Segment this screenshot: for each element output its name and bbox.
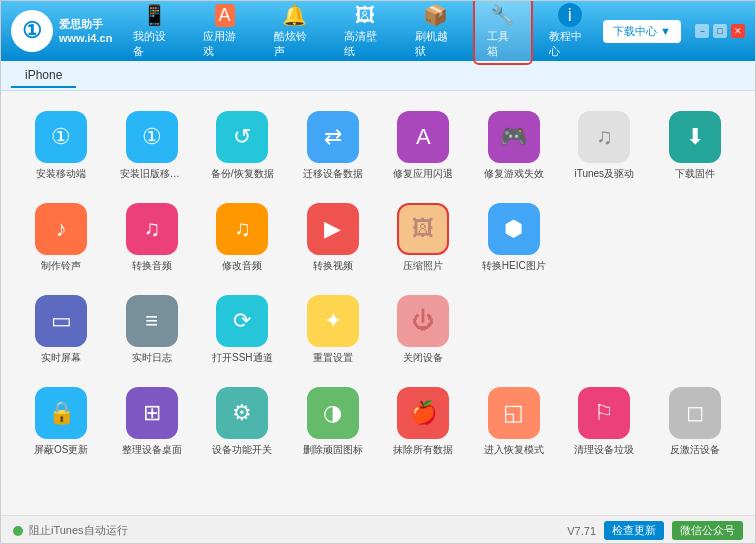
main-content: ①安装移动端①安装旧版移动端↺备份/恢复数据⇄迁移设备数据A修复应用闪退🎮修复游… [1,91,755,515]
tool-convert-audio[interactable]: ♫转换音频 [112,197,193,279]
iphone-tab[interactable]: iPhone [11,64,76,88]
device-switch-label: 设备功能开关 [212,443,272,457]
fix-game-label: 修复游戏失效 [484,167,544,181]
convert-audio-icon: ♫ [126,203,178,255]
tool-backup-restore[interactable]: ↺备份/恢复数据 [202,105,283,187]
migrate-data-icon: ⇄ [307,111,359,163]
migrate-data-label: 迁移设备数据 [303,167,363,181]
header: ① 爱思助手 www.i4.cn 📱 我的设备 A 应用游戏 🔔 酷炫铃声 🖼 … [1,1,755,61]
nav-wallpapers[interactable]: 🖼 高清壁纸 [332,0,398,63]
install-ipa-icon: ① [126,111,178,163]
device-switch-icon: ⚙ [216,387,268,439]
shutdown-icon: ⏻ [397,295,449,347]
nav-my-device-label: 我的设备 [133,29,175,59]
tool-clean-junk[interactable]: ⚐清理设备垃圾 [564,381,645,463]
nav-tutorials-label: 教程中心 [549,29,591,59]
fix-app-label: 修复应用闪退 [393,167,453,181]
tool-migrate-data[interactable]: ⇄迁移设备数据 [293,105,374,187]
main-nav: 📱 我的设备 A 应用游戏 🔔 酷炫铃声 🖼 高清壁纸 📦 刷机越狱 🔧 工具箱… [121,0,603,65]
logo-area: ① 爱思助手 www.i4.cn [11,10,121,52]
tool-deactivate[interactable]: ◻反激活设备 [655,381,736,463]
tool-erase-data[interactable]: 🍎抹除所有数据 [383,381,464,463]
tool-install-ipa[interactable]: ①安装旧版移动端 [112,105,193,187]
itunes-drive-icon: ♫ [578,111,630,163]
install-app-label: 安装移动端 [36,167,86,181]
tool-fix-game[interactable]: 🎮修复游戏失效 [474,105,555,187]
install-ipa-label: 安装旧版移动端 [120,167,184,181]
realtime-screen-icon: ▭ [35,295,87,347]
tool-update-os[interactable]: 🔒屏蔽OS更新 [21,381,102,463]
convert-heic-icon: ⬢ [488,203,540,255]
tool-convert-heic[interactable]: ⬢转换HEIC图片 [474,197,555,279]
update-os-label: 屏蔽OS更新 [34,443,88,457]
nav-apps-games[interactable]: A 应用游戏 [191,0,257,63]
tutorials-icon: i [558,3,582,27]
nav-tutorials[interactable]: i 教程中心 [537,0,603,63]
tool-remove-icons[interactable]: ◑删除顽固图标 [293,381,374,463]
maximize-btn[interactable]: □ [713,24,727,38]
tool-install-app[interactable]: ①安装移动端 [21,105,102,187]
tool-itunes-drive[interactable]: ♫iTunes及驱动 [564,105,645,187]
convert-heic-label: 转换HEIC图片 [482,259,546,273]
tool-open-ssh[interactable]: ⟳打开SSH通道 [202,289,283,371]
open-ssh-icon: ⟳ [216,295,268,347]
download-firmware-icon: ⬇ [669,111,721,163]
backup-restore-icon: ↺ [216,111,268,163]
download-firmware-label: 下载固件 [675,167,715,181]
status-dot [13,526,23,536]
realtime-screen-label: 实时屏幕 [41,351,81,365]
backup-restore-label: 备份/恢复数据 [211,167,274,181]
nav-flash[interactable]: 📦 刷机越狱 [403,0,469,63]
tool-convert-video[interactable]: ▶转换视频 [293,197,374,279]
dfu-mode-label: 进入恢复模式 [484,443,544,457]
wechat-btn[interactable]: 微信公众号 [672,521,743,540]
tool-compress-photo[interactable]: 🖼压缩照片 [383,197,464,279]
tool-make-ringtone[interactable]: ♪制作铃声 [21,197,102,279]
organize-desktop-label: 整理设备桌面 [122,443,182,457]
nav-tools[interactable]: 🔧 工具箱 [473,0,533,65]
convert-video-label: 转换视频 [313,259,353,273]
compress-photo-label: 压缩照片 [403,259,443,273]
tool-realtime-log[interactable]: ≡实时日志 [112,289,193,371]
realtime-log-icon: ≡ [126,295,178,347]
tool-fix-app[interactable]: A修复应用闪退 [383,105,464,187]
fix-game-icon: 🎮 [488,111,540,163]
shutdown-label: 关闭设备 [403,351,443,365]
download-btn[interactable]: 下载中心 ▼ [603,20,681,43]
nav-wallpapers-label: 高清壁纸 [344,29,386,59]
tool-empty8 [655,197,736,279]
check-update-btn[interactable]: 检查更新 [604,521,664,540]
tool-realtime-screen[interactable]: ▭实时屏幕 [21,289,102,371]
flash-icon: 📦 [423,3,448,27]
compress-photo-icon: 🖼 [397,203,449,255]
close-btn[interactable]: ✕ [731,24,745,38]
tool-empty11 [655,289,736,371]
footer-left: 阻止iTunes自动运行 [13,523,128,538]
make-ringtone-icon: ♪ [35,203,87,255]
convert-video-icon: ▶ [307,203,359,255]
tool-organize-desktop[interactable]: ⊞整理设备桌面 [112,381,193,463]
nav-my-device[interactable]: 📱 我的设备 [121,0,187,63]
logo-subtitle: www.i4.cn [59,31,112,45]
footer: 阻止iTunes自动运行 V7.71 检查更新 微信公众号 [1,515,755,544]
nav-ringtones[interactable]: 🔔 酷炫铃声 [262,0,328,63]
tab-bar: iPhone [1,61,755,91]
tool-empty7 [564,197,645,279]
edit-audio-icon: ♫ [216,203,268,255]
organize-desktop-icon: ⊞ [126,387,178,439]
window-controls: － □ ✕ [695,24,745,38]
reset-settings-icon: ✦ [307,295,359,347]
tool-dfu-mode[interactable]: ◱进入恢复模式 [474,381,555,463]
wallpapers-icon: 🖼 [355,4,375,27]
deactivate-icon: ◻ [669,387,721,439]
tool-edit-audio[interactable]: ♫修改音频 [202,197,283,279]
edit-audio-label: 修改音频 [222,259,262,273]
tool-device-switch[interactable]: ⚙设备功能开关 [202,381,283,463]
tool-download-firmware[interactable]: ⬇下载固件 [655,105,736,187]
tool-reset-settings[interactable]: ✦重置设置 [293,289,374,371]
convert-audio-label: 转换音频 [132,259,172,273]
tool-shutdown[interactable]: ⏻关闭设备 [383,289,464,371]
minimize-btn[interactable]: － [695,24,709,38]
nav-apps-games-label: 应用游戏 [203,29,245,59]
nav-tools-label: 工具箱 [487,29,519,59]
